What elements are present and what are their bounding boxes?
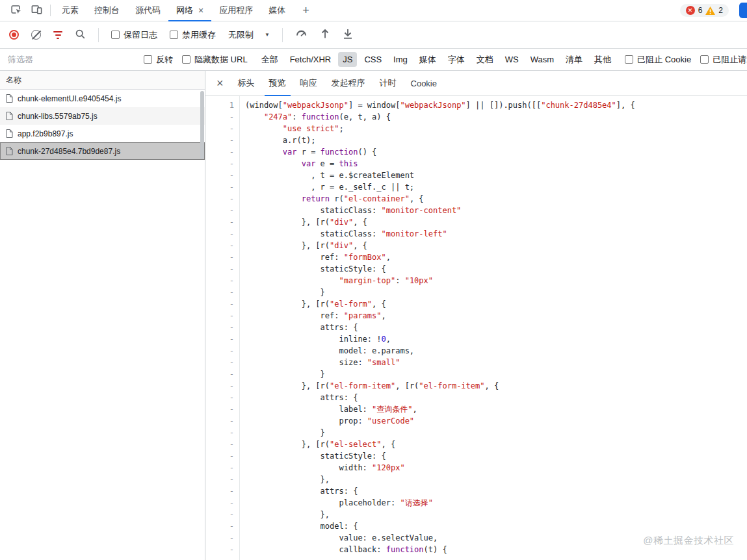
code-line: - staticStyle: {: [205, 263, 747, 275]
code-text: }, [r("div", {: [234, 240, 367, 251]
code-line: - , r = e._self._c || t;: [205, 181, 747, 193]
filter-input[interactable]: [8, 55, 135, 64]
filter-type-全部[interactable]: 全部: [257, 51, 283, 68]
code-lines: 1(window["webpackJsonp"] = window["webpa…: [205, 99, 747, 555]
code-line: - }, [r("el-form", {: [205, 298, 747, 310]
tab-console[interactable]: 控制台: [86, 0, 127, 21]
line-number: -: [205, 298, 234, 310]
blocked-cookies-label: 已阻止 Cookie: [637, 54, 691, 66]
code-text: staticStyle: {: [234, 263, 386, 275]
preview-code-area[interactable]: 1(window["webpackJsonp"] = window["webpa…: [205, 96, 747, 560]
preview-tab-发起程序[interactable]: 发起程序: [324, 71, 373, 95]
request-row[interactable]: chunk-elementUI.e9405454.js: [0, 90, 205, 107]
code-line: - placeholder: "请选择": [205, 497, 747, 509]
blocked-requests-checkbox[interactable]: 已阻止请求: [700, 54, 747, 66]
detail-tabbar: × 标头预览响应发起程序计时Cookie: [205, 71, 747, 96]
filter-type-其他[interactable]: 其他: [590, 51, 616, 68]
preview-tab-计时[interactable]: 计时: [373, 71, 404, 95]
code-line: - attrs: {: [205, 392, 747, 403]
filter-type-WS[interactable]: WS: [501, 52, 523, 67]
request-name: app.f2b9b897.js: [18, 129, 73, 138]
close-detail-icon[interactable]: ×: [209, 77, 231, 89]
filter-type-JS[interactable]: JS: [338, 52, 357, 67]
request-row[interactable]: app.f2b9b897.js: [0, 125, 205, 142]
tab-elements[interactable]: 元素: [54, 0, 86, 21]
close-tab-icon[interactable]: ×: [198, 6, 203, 15]
name-column-header[interactable]: 名称: [0, 71, 205, 90]
network-toolbar: 保留日志 禁用缓存 无限制 ▼: [0, 21, 747, 49]
request-row[interactable]: chunk-libs.5579ab75.js: [0, 107, 205, 125]
line-number: -: [205, 427, 234, 439]
preview-tab-响应[interactable]: 响应: [293, 71, 324, 95]
disable-cache-checkbox[interactable]: 禁用缓存: [170, 29, 216, 41]
tab-label: 网络: [176, 5, 193, 16]
checkbox-icon[interactable]: [700, 55, 709, 64]
checkbox-icon[interactable]: [625, 55, 633, 64]
inspect-element-button[interactable]: [5, 0, 26, 21]
checkbox-icon[interactable]: [182, 55, 190, 64]
line-number: -: [205, 310, 234, 322]
code-line: - attrs: {: [205, 485, 747, 497]
code-line: - }: [205, 286, 747, 298]
code-text: staticClass: "monitor-content": [234, 205, 461, 216]
code-text: model: e.params,: [234, 345, 414, 357]
code-line: - staticStyle: {: [205, 450, 747, 462]
code-line: - size: "small": [205, 357, 747, 368]
search-button[interactable]: [75, 29, 86, 42]
line-number: -: [205, 181, 234, 193]
warning-icon: [705, 6, 715, 15]
invert-filter-checkbox[interactable]: 反转: [144, 54, 173, 66]
code-line: - ref: "params",: [205, 310, 747, 322]
devtools-tabbar: 元素控制台源代码网络×应用程序媒体 + ✕ 6 2: [0, 0, 747, 21]
line-number: -: [205, 345, 234, 357]
line-number: -: [205, 544, 234, 555]
filter-type-Wasm[interactable]: Wasm: [526, 52, 558, 67]
code-line: - staticClass: "monitor-content": [205, 205, 747, 216]
filter-type-文档[interactable]: 文档: [472, 51, 498, 68]
network-conditions-button[interactable]: [295, 28, 308, 42]
line-number: -: [205, 123, 234, 134]
line-number: -: [205, 205, 234, 216]
line-number: -: [205, 403, 234, 415]
tab-sources[interactable]: 源代码: [127, 0, 168, 21]
tab-label: 应用程序: [219, 5, 253, 16]
clear-requests-button[interactable]: [31, 30, 41, 40]
checkbox-icon[interactable]: [144, 55, 152, 64]
throttling-select[interactable]: 无限制 ▼: [228, 29, 270, 41]
code-text: }: [234, 368, 325, 380]
filter-type-清单[interactable]: 清单: [561, 51, 587, 68]
tab-media[interactable]: 媒体: [261, 0, 293, 21]
tab-network[interactable]: 网络×: [168, 0, 211, 21]
panel-tabs: 元素控制台源代码网络×应用程序媒体: [54, 0, 293, 21]
line-number: -: [205, 158, 234, 170]
filter-type-媒体[interactable]: 媒体: [415, 51, 441, 68]
code-text: return r("el-container", {: [234, 193, 424, 205]
filter-type-Img[interactable]: Img: [389, 52, 412, 67]
device-toolbar-button[interactable]: [26, 0, 47, 21]
filter-type-字体[interactable]: 字体: [443, 51, 469, 68]
preview-tab-预览[interactable]: 预览: [262, 71, 293, 95]
export-har-button[interactable]: [320, 28, 330, 42]
preserve-log-checkbox[interactable]: 保留日志: [111, 29, 157, 41]
code-text: , t = e.$createElement: [234, 170, 414, 181]
preview-tab-标头[interactable]: 标头: [231, 71, 262, 95]
preview-tab-Cookie[interactable]: Cookie: [404, 71, 444, 95]
filter-type-Fetch/XHR[interactable]: Fetch/XHR: [285, 52, 336, 67]
import-har-button[interactable]: [343, 28, 353, 42]
checkbox-icon[interactable]: [111, 31, 120, 39]
scrollbar-thumb[interactable]: [200, 91, 204, 159]
record-button[interactable]: [9, 30, 19, 40]
checkbox-icon[interactable]: [170, 31, 178, 39]
filter-type-CSS[interactable]: CSS: [360, 52, 386, 67]
more-tabs-button[interactable]: +: [293, 0, 319, 21]
browser-widget-icon[interactable]: [739, 3, 747, 18]
code-text: width: "120px": [234, 462, 405, 474]
request-row[interactable]: chunk-27d485e4.7bd9de87.js: [0, 142, 205, 160]
code-text: ref: "formBox",: [234, 251, 391, 263]
filter-toggle-button[interactable]: [53, 31, 62, 39]
file-icon: [6, 112, 13, 120]
hide-data-urls-checkbox[interactable]: 隐藏数据 URL: [182, 54, 248, 66]
blocked-cookies-checkbox[interactable]: 已阻止 Cookie: [625, 54, 691, 66]
issues-badges[interactable]: ✕ 6 2: [680, 4, 729, 17]
tab-application[interactable]: 应用程序: [211, 0, 261, 21]
